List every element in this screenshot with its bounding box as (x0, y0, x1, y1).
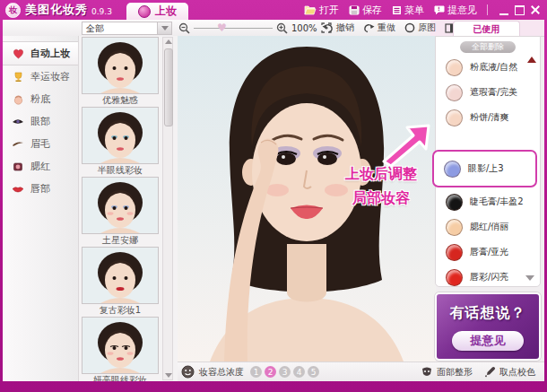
thumbnail-image[interactable] (82, 107, 159, 164)
app-window: 妆 美图化妆秀 0.9.3 上妆 打开 保存 菜单 ! 提意见 (0, 0, 547, 392)
intensity-level-5[interactable]: 5 (308, 366, 319, 378)
open-label: 打开 (319, 4, 339, 17)
color-swatch (444, 161, 461, 178)
app-title: 美图化妆秀 (25, 2, 88, 18)
sidebar-item-label: 粉底 (30, 92, 50, 106)
thumbnail-image[interactable] (82, 37, 159, 94)
color-swatch (446, 244, 463, 261)
face-reshape-label: 面部整形 (437, 366, 473, 379)
close-button[interactable] (531, 5, 540, 14)
eye-icon (11, 116, 25, 128)
powder-icon (11, 93, 25, 106)
thumbnail-label: 半眼线彩妆 (82, 164, 159, 177)
thumbnail-image[interactable] (82, 317, 159, 374)
sidebar-item-label: 自动上妆 (30, 47, 70, 60)
used-item-lipgloss[interactable]: 唇彩/闪亮 (436, 265, 540, 290)
makeup-tab-label: 上妆 (155, 4, 177, 19)
open-button[interactable]: 打开 (304, 4, 339, 17)
thumbnail-label: 妍亮眼线彩妆 (82, 374, 159, 381)
color-swatch (446, 219, 463, 236)
sidebar-item-label: 幸运妆容 (30, 70, 70, 83)
zoom-in-icon[interactable] (276, 22, 288, 34)
thumbnail-item[interactable]: 妍亮眼线彩妆 (82, 317, 159, 381)
minimize-button[interactable] (499, 5, 508, 15)
sidebar-item-lucky-looks[interactable]: 幸运妆容 (3, 65, 78, 88)
menu-label: 菜单 (404, 4, 424, 17)
toolbar: 全部 ♥ 100% 撤销 重做 (3, 20, 544, 37)
chevron-down-icon (161, 26, 169, 30)
original-label: 原图 (418, 22, 436, 34)
sidebar-item-blush[interactable]: 腮红 (3, 155, 78, 178)
tab-used[interactable]: 已使用 (453, 21, 520, 37)
annotation-arrow (377, 122, 432, 167)
sidebar-item-label: 唇部 (30, 182, 50, 196)
intensity-level-1[interactable]: 1 (250, 366, 262, 378)
used-item-label: 遮瑕膏/完美 (470, 86, 517, 99)
undo-label: 撤销 (336, 22, 354, 34)
scroll-up-icon[interactable] (165, 39, 172, 44)
menu-button[interactable]: 菜单 (392, 4, 424, 17)
thumbnail-scrollbar[interactable] (162, 37, 173, 380)
face-reshape-button[interactable]: 面部整形 (421, 366, 473, 379)
tab-makeup[interactable]: 上妆 (126, 3, 188, 20)
used-item-mascara[interactable]: 睫毛膏/丰盈2 (436, 189, 540, 214)
sidebar-item-eyebrows[interactable]: 眉毛 (3, 133, 78, 155)
zoom-slider[interactable]: ♥ (194, 20, 273, 36)
color-swatch (446, 59, 463, 76)
panel-scroll-down-icon[interactable] (525, 275, 534, 281)
color-pick-button[interactable]: 取点校色 (484, 366, 535, 379)
used-item-blush[interactable]: 腮红/俏丽 (436, 214, 540, 240)
thumbnail-item[interactable]: 优雅魅惑 (82, 37, 159, 107)
zoom-slider-thumb-heart-icon[interactable]: ♥ (217, 21, 227, 35)
sidebar-item-foundation[interactable]: 粉底 (3, 88, 78, 110)
bottom-bar: 妆容总浓度 1 2 3 4 5 面部整形 取点校色 (178, 362, 544, 381)
thumbnail-item[interactable]: 复古彩妆1 (82, 247, 159, 317)
thumbnail-image[interactable] (82, 247, 159, 304)
redo-button[interactable]: 重做 (363, 22, 395, 34)
original-button[interactable]: 原图 (404, 22, 436, 34)
used-item-eyeshadow[interactable]: 眼影/上3 (434, 156, 535, 181)
sidebar-item-eyes[interactable]: 眼部 (3, 110, 78, 133)
save-button[interactable]: 保存 (349, 4, 382, 17)
sidebar-item-auto-makeup[interactable]: 自动上妆 (3, 41, 78, 65)
dropdown-arrow-button[interactable] (157, 22, 171, 34)
intensity-label: 妆容总浓度 (199, 366, 244, 379)
zoom-out-icon[interactable] (178, 22, 190, 34)
redo-icon (363, 23, 375, 33)
thumbnail-image[interactable] (82, 177, 159, 234)
zoom-level: 100% (291, 23, 317, 33)
makeup-tab-icon (138, 5, 151, 18)
intensity-level-3[interactable]: 3 (279, 366, 291, 378)
clear-all-button[interactable]: 全部删除 (460, 41, 516, 53)
photo-canvas[interactable]: 上妆后调整 局部妆容 (178, 36, 436, 362)
used-item-lipstick[interactable]: 唇膏/亚光 (436, 240, 540, 265)
app-version: 0.9.3 (91, 7, 112, 16)
thumbnail-label: 优雅魅惑 (82, 94, 159, 107)
sidebar-item-label: 眼部 (30, 115, 50, 128)
annotation-line2: 局部妆容 (332, 186, 430, 210)
sidebar-item-label: 眉毛 (30, 137, 50, 151)
app-logo-icon: 妆 (5, 3, 21, 18)
category-dropdown[interactable]: 全部 (82, 22, 172, 35)
thumbnail-item[interactable]: 土星安娜 (82, 177, 159, 247)
panel-scroll-up-icon[interactable] (527, 57, 536, 63)
feedback-button[interactable]: ! 提意见 (434, 4, 477, 17)
undo-button[interactable]: 撤销 (322, 22, 354, 34)
sidebar-item-lips[interactable]: 唇部 (3, 178, 78, 200)
intensity-levels: 1 2 3 4 5 (250, 366, 319, 378)
used-item-foundation[interactable]: 粉底液/自然 (436, 55, 540, 80)
used-item-powder[interactable]: 粉饼/清爽 (436, 105, 540, 130)
right-column: 全部删除 粉底液/自然 遮瑕膏/完美 粉饼/清爽 眼影/上 (433, 36, 543, 381)
undo-icon (322, 23, 334, 33)
scrollbar-thumb[interactable] (164, 48, 173, 126)
used-item-label: 腮红/俏丽 (470, 221, 508, 233)
suggest-button[interactable]: 提意见 (452, 331, 524, 351)
thumbnail-item[interactable]: 半眼线彩妆 (82, 107, 159, 177)
intensity-level-2[interactable]: 2 (265, 366, 276, 378)
highlight-box: 眼影/上3 (432, 150, 537, 187)
scroll-down-icon[interactable] (165, 373, 172, 378)
intensity-level-4[interactable]: 4 (293, 366, 305, 378)
heart-icon (11, 48, 25, 60)
used-item-concealer[interactable]: 遮瑕膏/完美 (436, 80, 540, 105)
maximize-button[interactable] (515, 5, 525, 15)
